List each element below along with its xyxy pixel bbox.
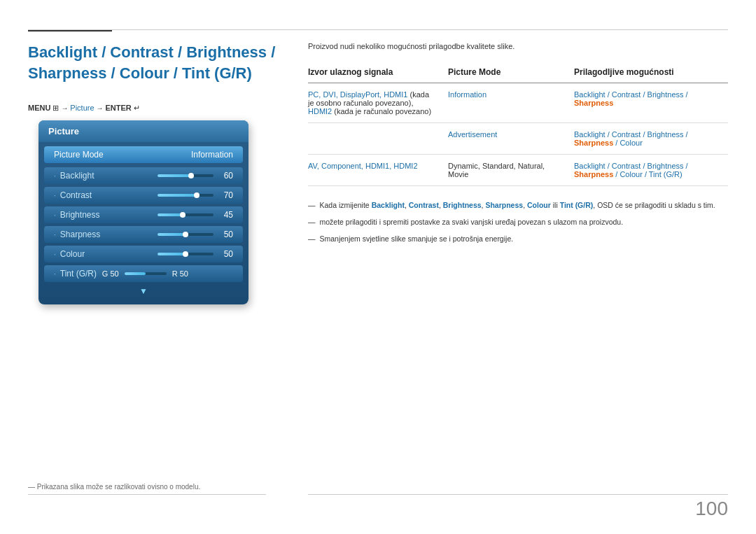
osd-backlight-row[interactable]: · Backlight 60 [44,167,243,184]
menu-symbol: ⊞ [52,104,59,112]
osd-sharpness-thumb [183,232,188,237]
bottom-line-right [308,494,728,495]
osd-brightness-track [158,213,214,216]
osd-brightness-row[interactable]: · Brightness 45 [44,206,243,223]
table-cell-mode-1: Information [448,83,574,123]
note-item-3: — Smanjenjem svjetline slike smanjuje se… [308,234,728,245]
osd-mode-row: Picture Mode Information [44,146,243,163]
osd-backlight-thumb [188,173,194,178]
table-cell-adjust-2: Backlight / Contrast / Brightness / Shar… [574,123,728,155]
table-cell-source-1: PC, DVI, DisplayPort, HDMI1 (kada je oso… [308,83,448,123]
osd-tint-g: G 50 [102,269,119,278]
table-cell-mode-3: Dynamic, Standard, Natural, Movie [448,155,574,186]
table-cell-mode-2: Advertisement [448,123,574,155]
table-cell-adjust-1: Backlight / Contrast / Brightness / Shar… [574,83,728,123]
osd-contrast-value: 70 [219,190,233,200]
osd-dot: · [54,231,56,239]
osd-brightness-label: Brightness [60,210,152,220]
osd-tint-track [125,272,167,275]
arrow1: → [62,104,71,112]
note-text-2: možete prilagoditi i spremiti postavke z… [320,217,624,228]
osd-arrow-down: ▼ [38,286,248,296]
osd-contrast-fill [158,194,197,197]
osd-mode-value: Information [191,150,233,160]
note-item-2: — možete prilagoditi i spremiti postavke… [308,217,728,228]
osd-sharpness-track [158,233,214,236]
osd-backlight-value: 60 [219,171,233,181]
osd-colour-track [158,253,214,255]
osd-tint-label: Tint (G/R) [60,269,102,279]
osd-colour-fill [158,253,186,255]
osd-dot: · [54,172,56,180]
osd-brightness-value: 45 [219,210,233,220]
table-row: PC, DVI, DisplayPort, HDMI1 (kada je oso… [308,83,728,123]
adjust-backlight3: Backlight [574,162,606,170]
osd-contrast-label: Contrast [60,190,152,200]
osd-mode-label: Picture Mode [54,150,104,160]
osd-backlight-track [158,174,214,177]
osd-colour-label: Colour [60,249,152,259]
table-row: AV, Component, HDMI1, HDMI2 Dynamic, Sta… [308,155,728,186]
osd-title: Picture [38,120,248,142]
note-dash: — [308,217,316,228]
osd-brightness-thumb [180,212,186,218]
osd-colour-row[interactable]: · Colour 50 [44,246,243,262]
osd-sharpness-fill [158,233,186,236]
adjust-backlight2: Backlight [574,130,606,139]
adjust-sharpness-2: Sharpness [574,139,613,147]
osd-backlight-fill [158,174,191,177]
osd-bottom-line [28,494,266,495]
osd-colour-value: 50 [219,249,233,259]
menu-key: MENU [28,104,50,112]
table-cell-source-3: AV, Component, HDMI1, HDMI2 [308,155,448,186]
table-cell-adjust-3: Backlight / Contrast / Brightness / Shar… [574,155,728,186]
note-dash: — [308,234,316,245]
note-dash: — [308,200,316,211]
image-note: Prikazana slika može se razlikovati ovis… [28,483,200,491]
osd-panel: Picture Picture Mode Information · Backl… [38,120,248,304]
osd-contrast-row[interactable]: · Contrast 70 [44,187,243,204]
picture-key: Picture [70,104,94,112]
adjust-sharpness-1: Sharpness [574,99,613,107]
osd-dot: · [54,192,56,199]
adjust-sharpness-3: Sharpness [574,170,613,178]
osd-contrast-track [158,194,214,197]
right-content: Proizvod nudi nekoliko mogućnosti prilag… [308,42,728,250]
note-item-1: — Kada izmijenite Backlight, Contrast, B… [308,200,728,211]
osd-tint-row[interactable]: · Tint (G/R) G 50 R 50 [44,265,243,282]
table-row: Advertisement Backlight / Contrast / Bri… [308,123,728,155]
notes-section: — Kada izmijenite Backlight, Contrast, B… [308,200,728,244]
note-text-3: Smanjenjem svjetline slike smanjuje se i… [320,234,514,245]
arrow2: → [97,104,106,112]
info-table: Izvor ulaznog signala Picture Mode Prila… [308,63,728,186]
osd-sharpness-row[interactable]: · Sharpness 50 [44,226,243,243]
page-title: Backlight / Contrast / Brightness / Shar… [28,42,294,83]
osd-dot: · [54,251,56,258]
intro-text: Proizvod nudi nekoliko mogućnosti prilag… [308,42,728,50]
osd-sharpness-value: 50 [219,230,233,239]
osd-contrast-thumb [194,192,200,198]
enter-key: ENTER [105,104,131,112]
osd-brightness-fill [158,213,183,216]
adjust-backlight: Backlight [574,90,606,99]
osd-sharpness-label: Sharpness [60,230,152,239]
osd-tint-dot: · [54,270,56,278]
title-line2: Sharpness / Colour / Tint (G/R) [28,64,252,82]
table-header-mode: Picture Mode [448,63,574,83]
note-text-1: Kada izmijenite Backlight, Contrast, Bri… [320,200,715,211]
top-line [28,29,728,30]
osd-tint-r: R 50 [172,269,188,278]
enter-symbol: ↵ [134,104,140,112]
table-cell-source-2 [308,123,448,155]
source-hdmi2: HDMI2 [308,107,332,115]
title-line1: Backlight / Contrast / Brightness / [28,43,275,61]
osd-tint-fill [125,272,146,275]
osd-colour-thumb [183,251,188,257]
source-pc: PC, DVI, DisplayPort, HDMI1 [308,90,407,99]
osd-backlight-label: Backlight [60,171,152,181]
table-header-source: Izvor ulaznog signala [308,63,448,83]
page-number: 100 [695,498,728,520]
table-header-adjust: Prilagodljive mogućnosti [574,63,728,83]
osd-dot: · [54,211,56,219]
menu-instruction: MENU ⊞ → Picture → ENTER ↵ [28,104,140,113]
